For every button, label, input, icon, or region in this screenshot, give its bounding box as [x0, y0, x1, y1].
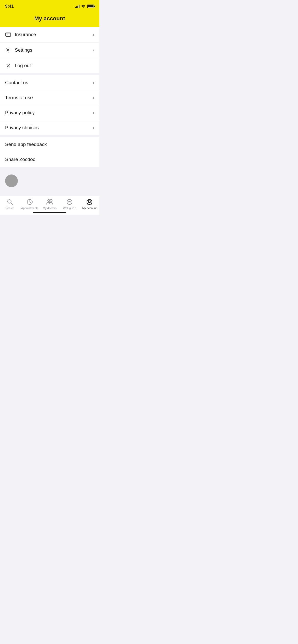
svg-rect-0	[6, 33, 11, 36]
send-feedback-menu-item[interactable]: Send app feedback	[0, 137, 99, 152]
share-section	[0, 167, 99, 193]
insurance-chevron: ›	[93, 32, 94, 37]
terms-menu-item[interactable]: Terms of use ›	[0, 90, 99, 105]
share-zocdoc-menu-item[interactable]: Share Zocdoc	[0, 152, 99, 167]
send-feedback-label: Send app feedback	[5, 142, 47, 147]
svg-point-12	[48, 199, 50, 201]
nav-well-guide-label: Well guide	[63, 207, 76, 210]
search-icon	[6, 198, 13, 206]
privacy-policy-label: Privacy policy	[5, 110, 35, 115]
header: My account	[0, 13, 99, 27]
settings-menu-item[interactable]: Settings ›	[0, 42, 99, 58]
insurance-icon	[5, 32, 11, 38]
privacy-choices-menu-item[interactable]: Privacy choices ›	[0, 120, 99, 135]
insurance-label: Insurance	[15, 32, 36, 37]
privacy-choices-label: Privacy choices	[5, 125, 39, 130]
menu-section-2: Contact us › Terms of use › Privacy poli…	[0, 75, 99, 135]
settings-label: Settings	[15, 47, 32, 53]
nav-item-my-account[interactable]: My account	[79, 198, 99, 210]
share-avatar-circle	[5, 174, 18, 187]
privacy-policy-chevron: ›	[93, 110, 94, 115]
terms-label: Terms of use	[5, 95, 33, 100]
menu-section-3: Send app feedback Share Zocdoc	[0, 137, 99, 167]
settings-chevron: ›	[93, 48, 94, 53]
status-time: 9:41	[5, 4, 14, 9]
contact-us-label: Contact us	[5, 80, 28, 85]
settings-icon	[5, 47, 11, 53]
close-icon	[5, 63, 11, 69]
share-zocdoc-label: Share Zocdoc	[5, 157, 35, 162]
svg-point-4	[7, 49, 9, 51]
terms-chevron: ›	[93, 95, 94, 100]
section-divider-2	[0, 135, 99, 137]
status-icons	[75, 5, 94, 8]
svg-point-17	[69, 201, 69, 202]
nav-item-my-doctors[interactable]: My doctors	[40, 198, 60, 210]
well-guide-icon	[66, 198, 73, 206]
status-bar: 9:41	[0, 0, 99, 13]
wifi-icon	[81, 5, 86, 8]
logout-menu-item[interactable]: Log out	[0, 58, 99, 73]
svg-point-20	[88, 200, 90, 202]
privacy-policy-menu-item[interactable]: Privacy policy ›	[0, 105, 99, 120]
nav-appointments-label: Appointments	[21, 207, 38, 210]
contact-us-chevron: ›	[93, 80, 94, 85]
contact-us-menu-item[interactable]: Contact us ›	[0, 75, 99, 90]
page-title: My account	[5, 15, 94, 22]
battery-icon	[87, 5, 94, 8]
svg-point-13	[50, 199, 52, 201]
appointments-icon	[26, 198, 33, 206]
bottom-navigation: Search Appointments	[0, 196, 99, 215]
section-divider-1	[0, 73, 99, 75]
svg-point-16	[67, 199, 72, 204]
my-account-icon	[86, 198, 93, 206]
content-area: Insurance › Settings ›	[0, 27, 99, 193]
privacy-choices-chevron: ›	[93, 125, 94, 130]
menu-section-1: Insurance › Settings ›	[0, 27, 99, 73]
logout-label: Log out	[15, 63, 31, 68]
nav-my-account-label: My account	[82, 207, 97, 210]
home-indicator	[33, 212, 66, 213]
svg-point-18	[70, 201, 71, 202]
svg-line-8	[11, 203, 13, 205]
nav-search-label: Search	[6, 207, 15, 210]
nav-item-well-guide[interactable]: Well guide	[60, 198, 79, 210]
insurance-menu-item[interactable]: Insurance ›	[0, 27, 99, 42]
nav-my-doctors-label: My doctors	[43, 207, 57, 210]
my-doctors-icon	[46, 198, 53, 206]
svg-line-11	[30, 202, 31, 203]
nav-item-appointments[interactable]: Appointments	[20, 198, 40, 210]
signal-icon	[75, 5, 79, 8]
nav-item-search[interactable]: Search	[0, 198, 20, 210]
